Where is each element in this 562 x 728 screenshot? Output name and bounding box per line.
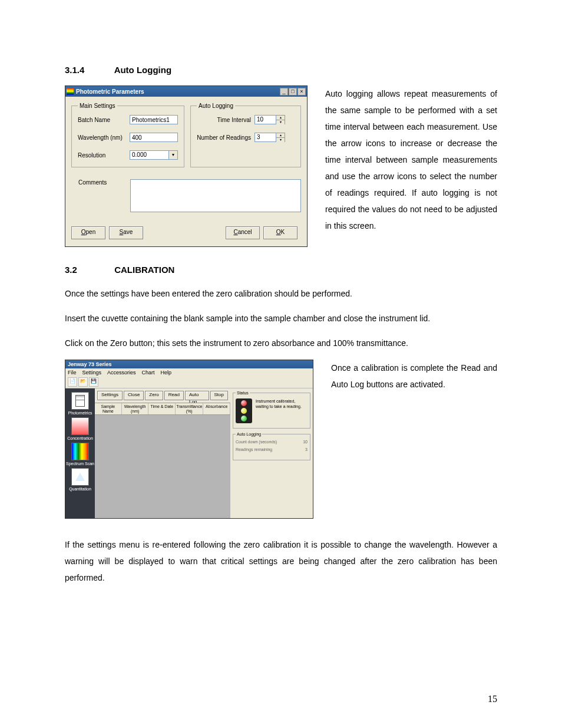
section-number: 3.1.4 — [65, 65, 112, 75]
menu-help[interactable]: Help — [161, 370, 172, 375]
time-interval-value: 10 — [255, 116, 276, 124]
toolbar: 📄 📂 💾 — [65, 377, 313, 388]
section-number: 3.2 — [65, 265, 112, 275]
new-icon[interactable]: 📄 — [68, 377, 77, 387]
concentration-icon — [71, 417, 89, 435]
wavelength-label: Wavelength (nm) — [78, 134, 130, 141]
autolog-status-group: Auto Logging Count down (seconds) 10 Rea… — [233, 432, 310, 460]
open-icon[interactable]: 📂 — [78, 377, 88, 387]
minimize-button[interactable]: _ — [280, 88, 288, 95]
sidebar-item-quantitation[interactable]: Quantitation — [65, 468, 95, 491]
col-transmittance: Transmittance (%) — [176, 403, 203, 414]
num-readings-label: Number of Readings — [197, 134, 254, 141]
remaining-value: 3 — [296, 447, 308, 452]
app-title: Jenway 73 Series — [65, 360, 313, 368]
comments-textarea[interactable] — [130, 179, 301, 212]
page-number: 15 — [488, 694, 497, 704]
open-button[interactable]: Open — [71, 226, 105, 239]
sidebar-item-spectrum[interactable]: Spectrum Scan — [65, 443, 95, 466]
section-title: Auto Logging — [114, 65, 171, 75]
jenway-app-window: Jenway 73 Series File Settings Accessori… — [65, 360, 313, 519]
resolution-label: Resolution — [78, 152, 130, 159]
dialog-title: Photometric Parameters — [76, 88, 280, 95]
dialog-titlebar: Photometric Parameters _ □ × — [65, 86, 307, 97]
batch-name-input[interactable]: Photometrics1 — [130, 115, 178, 124]
close-button[interactable]: Close — [124, 391, 144, 400]
spin-down-icon[interactable]: ▾ — [276, 120, 285, 124]
resolution-value: 0.000 — [130, 151, 168, 159]
resolution-select[interactable]: 0.000 ▾ — [130, 150, 178, 160]
section-heading-calibration: 3.2 CALIBRATION — [65, 265, 497, 275]
sidebar-item-concentration[interactable]: Concentration — [65, 417, 95, 440]
action-button-row: Settings Close Zero Read Auto Log Stop — [95, 388, 230, 403]
close-button[interactable]: × — [297, 88, 306, 95]
col-absorbance: Absorbance — [203, 403, 230, 414]
section-title: CALIBRATION — [114, 265, 174, 275]
col-time-date: Time & Date — [148, 403, 176, 414]
zero-button[interactable]: Zero — [145, 391, 163, 400]
num-readings-spinner[interactable]: 3 ▴ ▾ — [254, 133, 285, 142]
light-yellow — [241, 408, 247, 414]
countdown-value: 10 — [296, 440, 308, 444]
calibration-para-2: Insert the cuvette containing the blank … — [65, 310, 497, 327]
menu-chart[interactable]: Chart — [142, 370, 155, 375]
maximize-button[interactable]: □ — [289, 88, 297, 95]
settings-button[interactable]: Settings — [97, 391, 123, 400]
photometrics-icon — [71, 392, 89, 410]
mode-sidebar: Photometrics Concentration Spectrum Scan… — [65, 388, 95, 518]
menubar: File Settings Accessories Chart Help — [65, 368, 313, 377]
main-settings-group: Main Settings Batch Name Photometrics1 W… — [71, 103, 184, 167]
stop-button[interactable]: Stop — [210, 391, 228, 400]
status-panel: Status Instrument calibrated, waiting to… — [230, 388, 313, 518]
results-table-header: Sample Name Wavelength (nm) Time & Date … — [95, 403, 230, 415]
results-table-body — [95, 415, 230, 518]
save-button[interactable]: Save — [109, 226, 143, 239]
auto-logging-legend: Auto Logging — [197, 103, 235, 109]
spin-down-icon[interactable]: ▾ — [276, 138, 285, 142]
wavelength-input[interactable]: 400 — [130, 133, 178, 142]
spin-up-icon[interactable]: ▴ — [276, 133, 285, 138]
time-interval-spinner[interactable]: 10 ▴ ▾ — [254, 115, 285, 124]
remaining-label: Readings remaining — [236, 447, 296, 452]
num-readings-value: 3 — [255, 133, 276, 141]
quantitation-icon — [71, 468, 89, 486]
light-green — [241, 416, 247, 421]
spectrum-icon — [71, 443, 89, 460]
col-sample: Sample Name — [95, 403, 122, 414]
comments-label: Comments — [71, 179, 130, 186]
autolog-button[interactable]: Auto Log — [185, 391, 209, 400]
read-button[interactable]: Read — [164, 391, 184, 400]
batch-name-label: Batch Name — [78, 117, 130, 123]
auto-logging-group: Auto Logging Time Interval 10 ▴ ▾ — [190, 103, 301, 167]
status-legend: Status — [236, 391, 250, 395]
menu-accessories[interactable]: Accessories — [107, 370, 136, 375]
photometric-parameters-dialog: Photometric Parameters _ □ × Main Settin… — [65, 85, 308, 247]
calibration-para-1: Once the settings have been entered the … — [65, 285, 497, 302]
section-heading-auto-logging: 3.1.4 Auto Logging — [65, 65, 497, 75]
save-icon[interactable]: 💾 — [89, 377, 98, 387]
sidebar-item-photometrics[interactable]: Photometrics — [65, 392, 95, 415]
autolog-status-legend: Auto Logging — [236, 432, 262, 436]
status-message: Instrument calibrated, waiting to take a… — [256, 398, 308, 409]
calibration-para-3: Click on the Zero button; this sets the … — [65, 335, 497, 351]
light-red — [241, 400, 247, 406]
main-settings-legend: Main Settings — [78, 103, 117, 109]
warning-paragraph: If the settings menu is re-entered follo… — [65, 536, 497, 586]
app-icon — [67, 88, 74, 95]
ok-button[interactable]: OK — [263, 226, 297, 239]
countdown-label: Count down (seconds) — [236, 440, 296, 444]
spin-up-icon[interactable]: ▴ — [276, 116, 285, 120]
traffic-light-icon — [236, 398, 252, 423]
status-group: Status Instrument calibrated, waiting to… — [233, 391, 310, 429]
calibration-complete-paragraph: Once a calibration is complete the Read … — [331, 360, 497, 393]
menu-settings[interactable]: Settings — [82, 370, 102, 375]
time-interval-label: Time Interval — [197, 117, 254, 123]
dropdown-icon[interactable]: ▾ — [168, 151, 177, 159]
auto-logging-paragraph: Auto logging allows repeat measurements … — [325, 85, 497, 234]
col-wavelength: Wavelength (nm) — [122, 403, 149, 414]
cancel-button[interactable]: Cancel — [226, 226, 260, 239]
menu-file[interactable]: File — [68, 370, 77, 375]
